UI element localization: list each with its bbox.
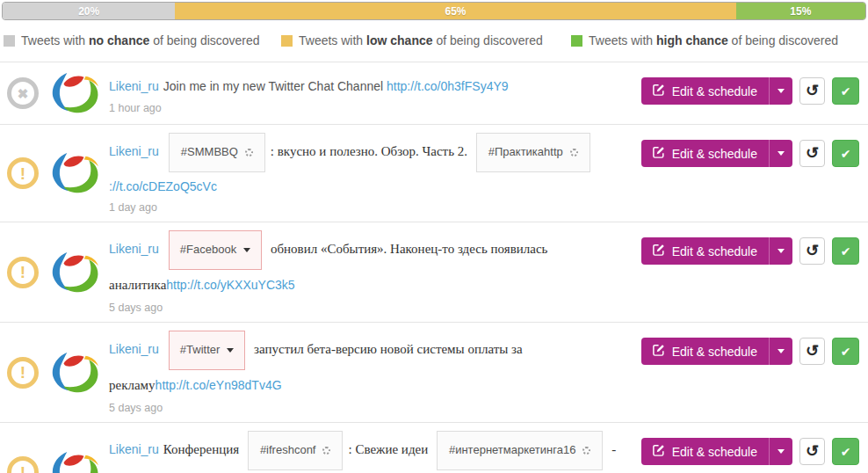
- exclamation-icon: !: [20, 364, 25, 381]
- tweet-text-fragment: Join me in my new Twitter Chat Channel: [163, 79, 387, 93]
- edit-schedule-button[interactable]: Edit & schedule: [641, 237, 769, 265]
- timestamp: 1 day ago: [109, 201, 633, 214]
- avatar: [49, 350, 100, 396]
- undo-button[interactable]: ↺: [799, 140, 825, 167]
- status-low-chance-icon: !: [7, 257, 39, 288]
- tweet-link[interactable]: http://t.co/0h3fFSy4Y9: [387, 79, 509, 93]
- row-actions: Edit & schedule↺✔: [641, 140, 859, 167]
- hashtag-chip[interactable]: #ifreshconf: [248, 431, 344, 470]
- approve-button[interactable]: ✔: [832, 140, 859, 167]
- username-link[interactable]: Likeni_ru: [109, 79, 159, 93]
- edit-icon: [653, 84, 665, 98]
- spinner-icon: [245, 149, 253, 156]
- exclamation-icon: !: [20, 464, 25, 473]
- hashtag-label: #интернетмаркетинга16: [449, 437, 575, 464]
- undo-button[interactable]: ↺: [799, 438, 825, 465]
- edit-schedule-dropdown-toggle[interactable]: [769, 338, 792, 365]
- hashtag-chip[interactable]: #Практикаhttp: [476, 133, 590, 172]
- edit-schedule-button-group: Edit & schedule: [641, 77, 792, 105]
- tweet-link[interactable]: http://t.co/eYn98dTv4G: [156, 378, 282, 392]
- approve-button[interactable]: ✔: [832, 338, 859, 365]
- status-low-chance-icon: !: [7, 357, 39, 389]
- edit-schedule-label: Edit & schedule: [672, 147, 757, 161]
- legend-label: Tweets with low chance of being discover…: [299, 33, 543, 47]
- chevron-down-icon: [778, 89, 785, 93]
- edit-schedule-dropdown-toggle[interactable]: [769, 237, 792, 265]
- username-link[interactable]: Likeni_ru: [109, 242, 159, 256]
- hashtag-label: #ifreshconf: [260, 437, 316, 464]
- progress-segment-low-chance: 65%: [175, 3, 735, 19]
- tweet-row: !Likeni_ru#Twitter запустил бета-версию …: [0, 323, 868, 423]
- edit-icon: [653, 444, 665, 459]
- spinner-icon: [582, 447, 590, 455]
- legend-swatch-no-chance: [4, 35, 15, 47]
- undo-icon: ↺: [806, 145, 819, 161]
- tweet-content: Likeni_ruJoin me in my new Twitter Chat …: [109, 72, 641, 114]
- tweet-content: Likeni_ru#Twitter запустил бета-версию н…: [109, 331, 641, 414]
- edit-schedule-button[interactable]: Edit & schedule: [641, 77, 769, 105]
- check-icon: ✔: [841, 244, 851, 258]
- hashtag-label: #SMMBBQ: [181, 139, 238, 166]
- undo-icon: ↺: [806, 243, 819, 258]
- edit-icon: [653, 244, 665, 258]
- legend-label: Tweets with no chance of being discovere…: [21, 33, 260, 47]
- tweet-text: Likeni_ru#Facebook обновил «События». На…: [109, 230, 633, 301]
- exclamation-icon: !: [20, 165, 25, 182]
- undo-button[interactable]: ↺: [799, 237, 825, 265]
- check-icon: ✔: [841, 345, 851, 359]
- hashtag-dropdown[interactable]: #Twitter: [169, 331, 246, 370]
- hashtag-chip[interactable]: #SMMBBQ: [169, 133, 265, 172]
- row-actions: Edit & schedule↺✔: [641, 77, 859, 105]
- legend-label: Tweets with high chance of being discove…: [589, 33, 838, 47]
- undo-button[interactable]: ↺: [799, 77, 825, 105]
- edit-schedule-button[interactable]: Edit & schedule: [641, 438, 769, 465]
- tweet-row: !Likeni_ru#SMMBBQ: вкусно и полезно. Обз…: [0, 125, 868, 222]
- tweet-link[interactable]: http://t.co/yKXXuYC3k5: [166, 278, 294, 292]
- chevron-down-icon: [778, 151, 785, 156]
- username-link[interactable]: Likeni_ru: [109, 144, 159, 158]
- timestamp: 1 hour ago: [109, 102, 633, 114]
- edit-schedule-dropdown-toggle[interactable]: [769, 77, 792, 105]
- row-actions: Edit & schedule↺✔: [641, 237, 859, 265]
- tweet-row: !Likeni_ru#Facebook обновил «События». Н…: [0, 222, 868, 323]
- username-link[interactable]: Likeni_ru: [109, 342, 159, 356]
- edit-schedule-label: Edit & schedule: [672, 445, 757, 459]
- tweet-content: Likeni_ruКонференция #ifreshconf: Свежие…: [109, 431, 641, 473]
- hashtag-label: #Facebook: [180, 236, 236, 264]
- hashtag-dropdown[interactable]: #Facebook: [169, 230, 262, 270]
- tweet-link[interactable]: ://t.co/cDEZoQ5cVc: [109, 179, 217, 193]
- edit-schedule-button[interactable]: Edit & schedule: [641, 140, 769, 167]
- hashtag-label: #Практикаhttp: [488, 139, 563, 166]
- spinner-icon: [322, 447, 330, 455]
- edit-schedule-label: Edit & schedule: [672, 345, 757, 359]
- tweet-text-fragment: : Свежие идеи: [348, 442, 430, 456]
- approve-button[interactable]: ✔: [832, 237, 859, 265]
- undo-button[interactable]: ↺: [799, 338, 825, 365]
- approve-button[interactable]: ✔: [832, 438, 859, 465]
- tweet-row: ✖Likeni_ruJoin me in my new Twitter Chat…: [0, 62, 868, 125]
- edit-schedule-dropdown-toggle[interactable]: [769, 438, 792, 465]
- chevron-down-icon: [778, 249, 785, 253]
- edit-schedule-dropdown-toggle[interactable]: [769, 140, 792, 167]
- tweet-text-fragment: : вкусно и полезно. Обзор. Часть 2.: [271, 144, 471, 158]
- status-low-chance-icon: !: [7, 456, 39, 473]
- approve-button[interactable]: ✔: [832, 77, 859, 105]
- edit-icon: [653, 344, 665, 359]
- username-link[interactable]: Likeni_ru: [109, 442, 159, 456]
- tweet-content: Likeni_ru#SMMBBQ: вкусно и полезно. Обзо…: [109, 133, 641, 214]
- hashtag-chip[interactable]: #интернетмаркетинга16: [437, 431, 603, 470]
- legend-swatch-low-chance: [281, 35, 293, 47]
- tweet-text: Likeni_ruJoin me in my new Twitter Chat …: [109, 72, 633, 101]
- legend-item-low-chance: Tweets with low chance of being discover…: [281, 33, 571, 47]
- row-actions: Edit & schedule↺✔: [641, 438, 859, 465]
- hashtag-label: #Twitter: [180, 337, 221, 364]
- legend-item-no-chance: Tweets with no chance of being discovere…: [4, 33, 281, 47]
- spinner-icon: [570, 149, 578, 156]
- edit-schedule-button-group: Edit & schedule: [641, 338, 792, 365]
- chevron-down-icon: [778, 449, 785, 454]
- row-actions: Edit & schedule↺✔: [641, 338, 859, 365]
- timestamp: 5 days ago: [109, 402, 633, 414]
- edit-schedule-button[interactable]: Edit & schedule: [641, 338, 769, 365]
- tweet-text: Likeni_ru#SMMBBQ: вкусно и полезно. Обзо…: [109, 133, 633, 200]
- avatar: [49, 70, 100, 116]
